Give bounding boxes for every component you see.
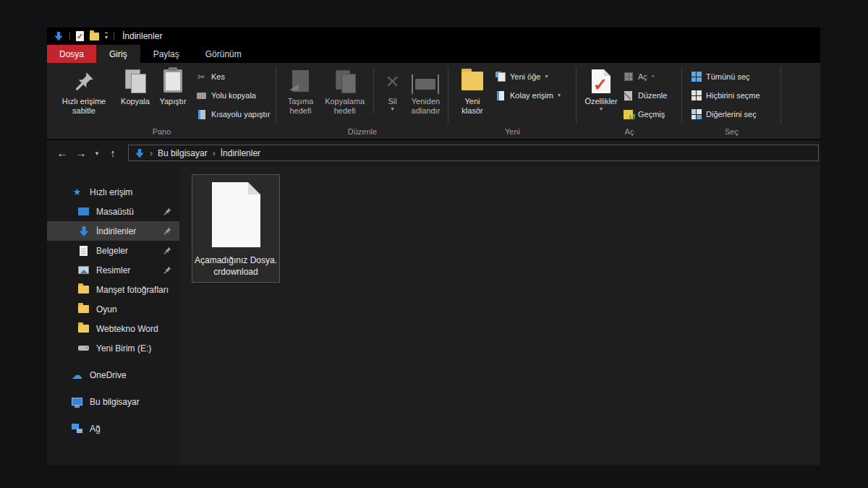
paste-shortcut-button[interactable]: Kısayolu yapıştır	[196, 107, 270, 121]
delete-icon: ×	[386, 69, 399, 93]
sidebar-item-oyun[interactable]: Oyun	[47, 299, 179, 319]
tab-giris[interactable]: Giriş	[96, 45, 140, 63]
blank-file-icon	[212, 182, 260, 247]
chevron-down-icon: ▾	[391, 106, 394, 112]
ribbon-group-pano: Hızlı erişime sabitle Kopyala Yapıştır ✂…	[47, 63, 276, 139]
paste-shortcut-icon	[198, 110, 205, 119]
paste-icon	[163, 69, 182, 93]
qat-separator	[69, 32, 70, 40]
sidebar-item-downloads[interactable]: İndirilenler	[47, 221, 179, 241]
copy-to-button[interactable]: Kopyalama hedefi	[320, 66, 370, 116]
ribbon-separator	[373, 69, 374, 114]
window-title: İndirilenler	[122, 31, 162, 41]
select-none-icon	[692, 90, 702, 100]
sidebar-item-webtekno-word[interactable]: Webtekno Word	[47, 319, 179, 338]
ribbon-filler	[781, 63, 820, 139]
pin-icon	[163, 266, 171, 274]
network-icon	[72, 424, 82, 433]
tab-gorunum[interactable]: Görünüm	[192, 45, 255, 63]
select-all-icon	[692, 72, 702, 82]
pin-icon	[163, 247, 171, 254]
breadcrumb-this-pc[interactable]: Bu bilgisayar	[158, 148, 208, 158]
easy-access-button[interactable]: Kolay erişim ▾	[495, 88, 561, 103]
group-label-ac: Aç	[576, 127, 682, 136]
tab-dosya[interactable]: Dosya	[47, 45, 96, 63]
ribbon-group-yeni: Yeni klasör Yeni öğe ▾ Kolay erişim ▾ Ye…	[448, 63, 576, 139]
ribbon-group-sec: Tümünü seç Hiçbirini seçme Diğerlerini s…	[682, 63, 781, 139]
downloads-folder-icon	[54, 31, 64, 41]
computer-icon	[72, 398, 82, 406]
copy-path-button[interactable]: Yolu kopyala	[196, 88, 270, 103]
document-icon	[80, 246, 88, 256]
downloads-location-icon	[135, 148, 145, 158]
select-all-button[interactable]: Tümünü seç	[691, 69, 760, 84]
ribbon-tab-row: Dosya Giriş Paylaş Görünüm	[47, 45, 820, 63]
sidebar-item-this-pc[interactable]: Bu bilgisayar	[47, 392, 179, 411]
rename-icon	[415, 79, 435, 90]
move-to-button[interactable]: Taşıma hedefi	[281, 66, 320, 116]
sidebar-item-quick-access[interactable]: ★ Hızlı erişim	[47, 182, 179, 202]
new-item-icon	[495, 72, 506, 82]
sidebar-item-network[interactable]: Ağ	[47, 419, 179, 438]
file-list-pane[interactable]: Açamadığınız Dosya.crdownload	[179, 166, 820, 465]
folder-icon	[78, 325, 89, 333]
open-icon	[624, 72, 633, 81]
breadcrumb-separator: ›	[150, 148, 153, 158]
group-label-pano: Pano	[47, 127, 276, 136]
new-folder-qat-icon[interactable]	[90, 33, 99, 40]
select-none-button[interactable]: Hiçbirini seçme	[691, 88, 760, 103]
pin-icon	[163, 227, 171, 235]
pictures-icon	[78, 266, 89, 274]
sidebar-item-manset-fotograflari[interactable]: Manşet fotoğrafları	[47, 280, 179, 299]
paste-button[interactable]: Yapıştır	[154, 66, 192, 106]
properties-button[interactable]: ✓ Özellikler ▾	[581, 66, 621, 112]
sidebar-item-pictures[interactable]: Resimler	[47, 260, 179, 280]
move-to-icon	[292, 70, 309, 92]
cut-button[interactable]: ✂ Kes	[196, 69, 270, 84]
pin-icon	[163, 207, 171, 215]
drive-icon	[78, 346, 89, 351]
scissors-icon: ✂	[196, 72, 207, 82]
history-button[interactable]: ↺ Geçmiş	[623, 107, 667, 121]
file-item-selected[interactable]: Açamadığınız Dosya.crdownload	[192, 174, 280, 283]
sidebar-item-onedrive[interactable]: ☁ OneDrive	[47, 365, 179, 385]
breadcrumb-downloads[interactable]: İndirilenler	[221, 148, 260, 158]
sidebar-item-documents[interactable]: Belgeler	[47, 241, 179, 260]
new-folder-button[interactable]: Yeni klasör	[453, 66, 492, 116]
cloud-icon: ☁	[72, 369, 82, 380]
customize-qat-chevron-icon[interactable]: ▾	[105, 33, 108, 40]
breadcrumb-separator: ›	[213, 148, 216, 158]
new-folder-icon	[461, 72, 483, 90]
address-bar[interactable]: › Bu bilgisayar › İndirilenler	[128, 145, 819, 161]
title-bar: ✓ ▾ İndirilenler	[47, 27, 820, 45]
delete-button[interactable]: × Sil ▾	[378, 66, 407, 112]
copy-button[interactable]: Kopyala	[116, 66, 154, 106]
recent-locations-chevron-icon[interactable]: ▾	[90, 150, 103, 157]
copy-icon	[124, 69, 146, 93]
pin-to-quick-access-button[interactable]: Hızlı erişime sabitle	[51, 66, 116, 116]
navigation-pane: ★ Hızlı erişim Masaüstü İndirilenler Bel…	[47, 166, 179, 465]
invert-selection-button[interactable]: Diğerlerini seç	[691, 107, 760, 121]
open-button[interactable]: Aç ▾	[623, 69, 667, 84]
navigation-bar: ← → ▾ ↑ › Bu bilgisayar › İndirilenler	[47, 140, 820, 166]
copy-path-icon	[197, 93, 206, 99]
rename-button[interactable]: Yeniden adlandır	[407, 66, 445, 116]
easy-access-icon	[497, 91, 504, 100]
downloads-icon	[78, 226, 90, 237]
star-icon: ★	[73, 187, 82, 197]
edit-button[interactable]: Düzenle	[623, 88, 667, 103]
file-name-label: Açamadığınız Dosya.crdownload	[194, 255, 278, 278]
sidebar-item-yeni-birim-e[interactable]: Yeni Birim (E:)	[47, 338, 179, 358]
sidebar-item-desktop[interactable]: Masaüstü	[47, 202, 179, 221]
group-label-duzenle: Düzenle	[276, 127, 448, 136]
new-item-button[interactable]: Yeni öğe ▾	[495, 69, 561, 84]
copy-to-icon	[334, 69, 356, 93]
tab-paylas[interactable]: Paylaş	[140, 45, 192, 63]
up-button[interactable]: ↑	[103, 147, 122, 159]
chevron-down-icon: ▾	[600, 106, 603, 112]
pushpin-icon	[75, 72, 94, 91]
back-button[interactable]: ←	[53, 147, 72, 159]
forward-button[interactable]: →	[72, 147, 90, 159]
group-label-sec: Seç	[682, 127, 781, 136]
properties-qat-icon[interactable]: ✓	[76, 31, 84, 41]
